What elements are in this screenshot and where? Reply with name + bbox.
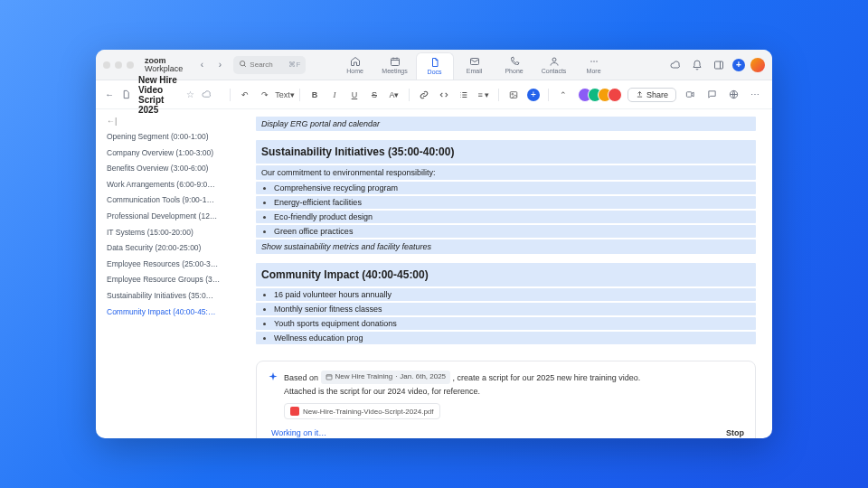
globe-icon[interactable] (725, 87, 741, 103)
list-item[interactable]: Green office practices (256, 225, 756, 238)
search-icon (239, 60, 247, 70)
list-item[interactable]: Wellness education prog (256, 332, 756, 344)
sparkle-icon (268, 371, 278, 382)
heading-sustainability[interactable]: Sustainability Initiatives (35:00-40:00) (256, 140, 756, 164)
outline-item[interactable]: Benefits Overview (3:00-6:00) (107, 161, 240, 177)
comment-icon[interactable] (703, 87, 720, 103)
direction-note[interactable]: Show sustainability metrics and facility… (256, 239, 756, 254)
user-avatar[interactable] (750, 58, 765, 72)
search-input[interactable]: Search ⌘F (233, 56, 306, 74)
app-window: zoom Workplace ‹ › Search ⌘F Home Meetin… (96, 50, 772, 438)
outline-sidebar: ←| Opening Segment (0:00-1:00)Company Ov… (96, 109, 245, 438)
text-color-button[interactable]: A ▾ (387, 88, 401, 102)
presence-avatars[interactable] (578, 88, 622, 102)
bell-icon[interactable] (689, 57, 705, 73)
sustainability-intro[interactable]: Our commitment to environmental responsi… (256, 165, 756, 180)
outline-item[interactable]: Employee Resources (25:00-3… (107, 257, 240, 273)
context-chip[interactable]: New Hire Training · Jan. 6th, 2025 (321, 371, 451, 384)
svg-point-0 (241, 61, 245, 66)
list-item[interactable]: Eco-friendly product design (256, 211, 756, 223)
more-menu-icon[interactable]: ⋯ (747, 87, 763, 103)
outline-item[interactable]: Data Security (20:00-25:00) (107, 240, 240, 257)
outline-item[interactable]: Work Arrangements (6:00-9:0… (107, 177, 240, 193)
cloud-sync-icon (202, 87, 212, 103)
link-button[interactable] (417, 88, 431, 102)
outline-item[interactable]: Professional Development (12… (107, 209, 240, 225)
list-item[interactable]: Youth sports equipment donations (256, 317, 756, 330)
tab-phone[interactable]: Phone (495, 52, 533, 79)
svg-rect-10 (686, 92, 692, 98)
italic-button[interactable]: I (327, 88, 342, 102)
direction-note[interactable]: Display ERG portal and calendar (256, 117, 756, 131)
titlebar: zoom Workplace ‹ › Search ⌘F Home Meetin… (96, 50, 772, 80)
brand: zoom Workplace (145, 57, 183, 73)
tab-meetings[interactable]: Meetings (376, 52, 414, 79)
doc-title[interactable]: New Hire Video Script 2025 (138, 75, 179, 115)
redo-button[interactable]: ↷ (258, 88, 272, 102)
document-content[interactable]: Display ERG portal and calendar Sustaina… (245, 109, 772, 438)
bold-button[interactable]: B (307, 88, 322, 102)
collapse-outline-button[interactable]: ←| (107, 117, 240, 126)
svg-rect-8 (510, 91, 517, 98)
list-item[interactable]: 16 paid volunteer hours annually (256, 288, 756, 301)
outline-item[interactable]: Sustainability Initiatives (35:0… (107, 288, 240, 305)
list-item[interactable]: Energy-efficient facilities (256, 196, 756, 209)
code-button[interactable] (437, 88, 451, 102)
window-controls[interactable] (103, 61, 134, 69)
share-button[interactable]: Share (627, 88, 676, 102)
video-icon[interactable] (682, 87, 698, 103)
collapse-toolbar-button[interactable]: ⌃ (556, 88, 571, 102)
system-icons: + (667, 57, 765, 73)
forward-button[interactable]: › (212, 57, 228, 73)
undo-button[interactable]: ↶ (238, 88, 252, 102)
outline-item[interactable]: Community Impact (40:00-45:… (107, 305, 240, 321)
list-button[interactable] (457, 88, 471, 102)
svg-rect-7 (714, 61, 722, 69)
doc-page-icon (121, 87, 131, 103)
svg-point-4 (590, 61, 592, 62)
search-placeholder: Search (250, 61, 286, 69)
outline-item[interactable]: IT Systems (15:00-20:00) (107, 225, 240, 241)
align-button[interactable]: ≡ ▾ (476, 88, 491, 102)
search-shortcut: ⌘F (288, 61, 300, 69)
insert-plus-button[interactable]: + (526, 88, 541, 102)
heading-community[interactable]: Community Impact (40:00-45:00) (256, 263, 756, 286)
insert-image-button[interactable] (506, 88, 521, 102)
tab-docs[interactable]: Docs (416, 52, 454, 80)
main-tabs: Home Meetings Docs Email Phone Contacts (336, 52, 613, 79)
panel-icon[interactable] (711, 57, 727, 73)
close-dot[interactable] (103, 61, 110, 69)
history-nav: ‹ › (193, 57, 228, 73)
stop-button[interactable]: Stop (726, 428, 744, 437)
doc-bar: ← New Hire Video Script 2025 ☆ ↶ ↷ Text … (96, 80, 772, 109)
list-item[interactable]: Comprehensive recycling program (256, 182, 756, 194)
status-working: Working on it… (271, 428, 326, 437)
formatting-toolbar: ↶ ↷ Text ▾ B I U S A ▾ ≡ ▾ + ⌃ (228, 88, 571, 102)
back-button[interactable]: ‹ (193, 57, 210, 73)
svg-point-5 (593, 61, 595, 62)
strike-button[interactable]: S (367, 88, 382, 102)
new-button[interactable]: + (732, 59, 745, 71)
outline-item[interactable]: Employee Resource Groups (3… (107, 272, 240, 288)
list-item[interactable]: Monthly senior fitness classes (256, 303, 756, 315)
attachment-chip[interactable]: New-Hire-Training-Video-Script-2024.pdf (284, 403, 440, 419)
outline-item[interactable]: Communication Tools (9:00-1… (107, 192, 240, 209)
text-style-menu[interactable]: Text ▾ (278, 88, 292, 102)
doc-back-button[interactable]: ← (105, 87, 114, 103)
max-dot[interactable] (127, 61, 134, 69)
outline-item[interactable]: Opening Segment (0:00-1:00) (107, 129, 240, 145)
underline-button[interactable]: U (347, 88, 362, 102)
svg-rect-1 (391, 58, 399, 65)
tab-home[interactable]: Home (336, 52, 374, 79)
pdf-icon (290, 407, 299, 416)
prompt-text: Based on New Hire Training · Jan. 6th, 2… (284, 371, 744, 398)
cloud-icon[interactable] (667, 57, 684, 73)
tab-more[interactable]: More (575, 52, 613, 79)
svg-point-6 (596, 61, 598, 62)
outline-item[interactable]: Company Overview (1:00-3:00) (107, 145, 240, 162)
tab-email[interactable]: Email (456, 52, 494, 79)
svg-rect-12 (326, 375, 332, 380)
star-icon[interactable]: ☆ (186, 87, 194, 103)
min-dot[interactable] (115, 61, 122, 69)
tab-contacts[interactable]: Contacts (535, 52, 573, 79)
